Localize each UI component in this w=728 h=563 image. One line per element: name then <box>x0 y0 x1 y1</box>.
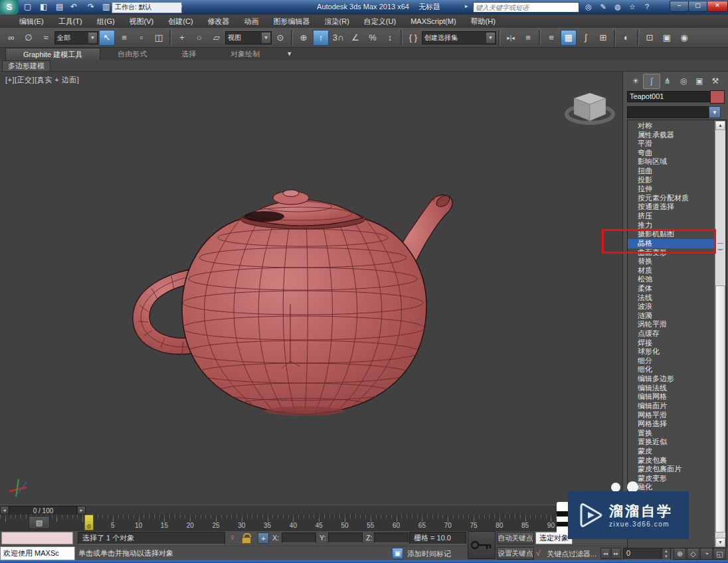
rectangular-selection-icon[interactable]: ▫ <box>134 30 149 46</box>
ribbon-tab-0[interactable]: Graphite 建模工具 <box>5 48 100 60</box>
curve-editor-icon[interactable]: ∫ <box>578 30 594 46</box>
modifier-item[interactable]: 网格平滑 <box>628 411 715 420</box>
ribbon-tab-1[interactable]: 自由形式 <box>100 48 164 60</box>
modifier-item[interactable]: 平滑 <box>628 139 715 149</box>
select-and-link-icon[interactable]: ∞ <box>3 30 19 46</box>
display-tab-icon[interactable]: ▣ <box>691 74 708 89</box>
workspace-selector[interactable]: 工作台: 默认 <box>112 2 182 13</box>
modifier-item[interactable]: 影响区域 <box>628 157 715 167</box>
named-selection-sets-icon[interactable]: { } <box>405 30 421 46</box>
named-selection-arrow-icon[interactable]: ▼ <box>486 33 495 43</box>
modifier-item[interactable]: 蒙皮变形 <box>628 474 715 483</box>
modifier-list-field[interactable] <box>627 106 709 118</box>
angle-snap-icon[interactable]: ∠ <box>347 30 363 46</box>
x-coord-field[interactable] <box>282 532 316 543</box>
search-input[interactable] <box>473 2 579 13</box>
viewport[interactable]: [+][正交][真实 + 边面] <box>0 72 623 505</box>
close-button[interactable]: ✕ <box>707 1 728 12</box>
select-object-icon[interactable]: ↖ <box>99 30 115 46</box>
project-folder-icon[interactable]: ▥ <box>100 0 112 13</box>
rendered-frame-icon[interactable]: ▣ <box>659 30 675 46</box>
scroll-up-icon[interactable]: ▲ <box>715 121 725 130</box>
mini-curve-editor-icon[interactable]: ▧ <box>29 516 50 529</box>
ribbon-tab-3[interactable]: 对象绘制 <box>213 48 277 60</box>
set-key-button[interactable]: 设置关键点 <box>497 547 534 560</box>
keyboard-override-icon[interactable]: ↑ <box>313 30 329 46</box>
select-and-scale-icon[interactable]: ▱ <box>209 30 225 46</box>
modifier-item[interactable]: 细分 <box>628 357 715 366</box>
menu-item-4[interactable]: 创建(C) <box>161 15 200 28</box>
time-slider[interactable]: 0 <box>84 515 94 530</box>
undo-icon[interactable]: ↶ <box>68 0 80 13</box>
object-color-swatch[interactable] <box>710 90 725 104</box>
menu-item-6[interactable]: 动画 <box>237 15 266 28</box>
schematic-view-icon[interactable]: ⊞ <box>595 30 611 46</box>
modifier-item[interactable]: 属性承载器 <box>628 131 715 140</box>
minimize-button[interactable]: – <box>670 1 689 12</box>
menu-item-7[interactable]: 图形编辑器 <box>266 15 318 28</box>
teapot-body[interactable] <box>181 219 426 416</box>
open-file-icon[interactable]: ◧ <box>37 0 50 13</box>
modifier-list-dropdown-icon[interactable]: ▼ <box>709 106 721 118</box>
render-production-icon[interactable]: ◉ <box>676 30 692 46</box>
modifier-item[interactable]: 编辑多边形 <box>628 374 715 384</box>
auto-key-button[interactable]: 自动关键点 <box>497 532 534 544</box>
modifier-item[interactable]: 材质 <box>628 266 715 276</box>
teapot-lid[interactable] <box>240 190 365 229</box>
modifier-item[interactable]: 弯曲 <box>628 149 715 158</box>
maximize-viewport-icon[interactable]: ◱ <box>713 548 726 560</box>
modifier-item[interactable]: 挤压 <box>628 212 715 221</box>
utilities-tab-icon[interactable]: ⚒ <box>707 74 724 89</box>
time-tag-icon[interactable]: ▣ <box>392 548 403 559</box>
modifier-item[interactable]: 涡轮平滑 <box>628 320 715 329</box>
isolate-selection-icon[interactable]: ♀ <box>229 532 236 542</box>
orbit-icon[interactable]: ◔ <box>700 548 713 560</box>
modifier-item[interactable]: 松弛 <box>628 275 715 284</box>
maxscript-listener-pink[interactable] <box>1 532 73 544</box>
subscription-icon[interactable]: ✎ <box>596 1 610 13</box>
key-filter-curve-icon[interactable]: √ <box>536 548 541 558</box>
viewport-label[interactable]: [+][正交][真实 + 边面] <box>5 75 79 85</box>
search-arrow-icon[interactable]: ▸ <box>465 3 468 9</box>
modifier-item[interactable]: 蒙皮包裹面片 <box>628 465 715 474</box>
pan-icon[interactable]: ◇ <box>687 548 699 560</box>
window-crossing-icon[interactable]: ◫ <box>151 30 167 46</box>
ribbon-tab-2[interactable]: 选择 <box>164 48 213 60</box>
menu-item-10[interactable]: MAXScript(M) <box>403 15 463 28</box>
modifier-item[interactable]: 扭曲 <box>628 167 715 176</box>
select-and-manipulate-icon[interactable]: ⊕ <box>296 30 312 46</box>
menu-item-8[interactable]: 渲染(R) <box>318 15 357 28</box>
infocenter-search-icon[interactable]: ◎ <box>582 1 595 13</box>
spinner-snap-icon[interactable]: ↕ <box>382 30 398 46</box>
key-filters-button[interactable]: 关键点过滤器... <box>547 549 596 559</box>
select-by-name-icon[interactable]: ≡ <box>116 30 132 46</box>
unlink-selection-icon[interactable]: ∅ <box>21 30 37 46</box>
frame-number-spinner[interactable]: 0 ▲ ▼ <box>623 548 671 560</box>
select-and-move-icon[interactable]: + <box>174 30 190 46</box>
percent-snap-icon[interactable]: % <box>365 30 381 46</box>
create-tab-icon[interactable]: ☀ <box>627 74 644 89</box>
menu-item-2[interactable]: 组(G) <box>90 15 122 28</box>
modifier-item[interactable]: 对称 <box>628 121 715 131</box>
application-menu-button[interactable]: S <box>0 0 19 15</box>
modifier-list-scrollbar[interactable]: ▲ ▼ <box>715 121 725 547</box>
next-key-icon[interactable]: ▸▸ <box>611 548 621 559</box>
scroll-down-icon[interactable]: ▼ <box>715 538 725 547</box>
modifier-item[interactable]: 投影 <box>628 176 715 185</box>
spin-up-icon[interactable]: ▲ <box>662 548 670 554</box>
redo-icon[interactable]: ↷ <box>85 0 97 13</box>
modifier-item[interactable]: 编辑法线 <box>628 384 715 393</box>
zoom-extents-icon[interactable]: ⊕ <box>674 548 686 560</box>
hierarchy-tab-icon[interactable]: ⋔ <box>659 74 676 89</box>
named-selection-dropdown[interactable]: 创建选择集 ▼ <box>422 31 496 44</box>
trackbar-ruler[interactable]: ▧ 0 510152025303540455055606570758085909… <box>0 515 623 531</box>
workspace-dropdown-icon[interactable]: ▼ <box>178 2 183 13</box>
modifier-item[interactable]: 按通道选择 <box>628 202 715 212</box>
modifier-item[interactable]: 点缓存 <box>628 329 715 339</box>
modify-tab-icon[interactable]: ∫ <box>643 74 660 89</box>
reference-coordinate-dropdown[interactable]: 视图 ▼ <box>225 31 272 44</box>
favorites-icon[interactable]: ☆ <box>626 1 639 13</box>
modifier-item[interactable]: 网格选择 <box>628 420 715 429</box>
z-coord-field[interactable] <box>374 532 409 543</box>
modifier-item[interactable]: 法线 <box>628 293 715 303</box>
